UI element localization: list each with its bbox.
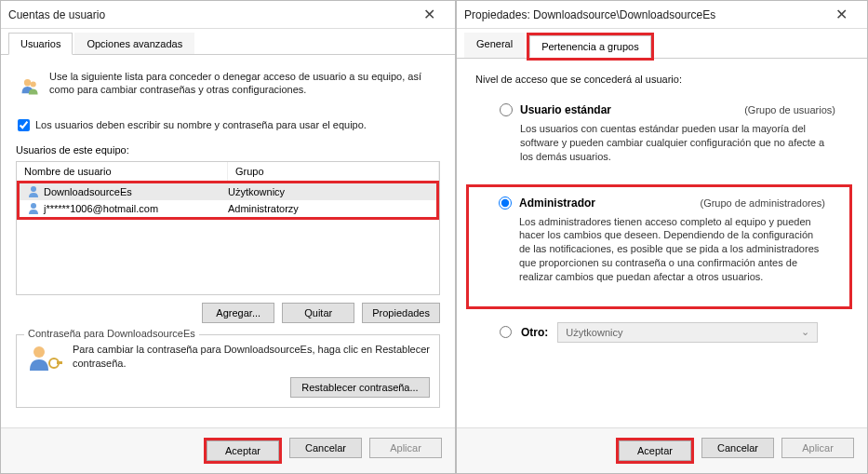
chevron-down-icon: ⌄: [801, 326, 809, 338]
cell-group: Użytkownicy: [228, 186, 429, 197]
ok-button[interactable]: Aceptar: [207, 440, 279, 461]
close-icon[interactable]: ✕: [822, 2, 860, 28]
radio-input[interactable]: [499, 196, 512, 210]
highlight-admin-section: Administrador (Grupo de administradores)…: [466, 184, 852, 309]
properties-button[interactable]: Propiedades: [362, 303, 440, 323]
svg-point-0: [24, 79, 31, 86]
tabs: Usuarios Opciones avanzadas: [1, 29, 455, 55]
radio-administrator[interactable]: Administrador (Grupo de administradores): [499, 195, 833, 213]
select-value: Użytkownicy: [566, 327, 622, 338]
radio-input[interactable]: [500, 326, 512, 338]
dialog-footer: Aceptar Cancelar Aplicar: [457, 427, 867, 473]
cell-group: Administratorzy: [228, 203, 429, 214]
cell-username: DownloadsourceEs: [44, 186, 132, 197]
radio-title: Administrador: [519, 196, 595, 210]
highlight-accept: Aceptar: [204, 438, 282, 464]
user-table: Nombre de usuario Grupo DownloadsourceEs…: [16, 161, 440, 295]
radio-standard-desc: Los usuarios con cuentas estándar pueden…: [500, 120, 843, 171]
list-header: Usuarios de este equipo:: [16, 141, 440, 161]
svg-rect-6: [57, 361, 62, 364]
window-title: Cuentas de usuario: [8, 8, 410, 21]
svg-point-2: [31, 186, 36, 192]
password-text: Para cambiar la contraseña para Download…: [73, 343, 430, 370]
col-group[interactable]: Grupo: [228, 162, 439, 181]
table-header-row: Nombre de usuario Grupo: [17, 162, 439, 182]
radio-group-label: (Grupo de administradores): [700, 197, 833, 209]
table-empty-space: [17, 220, 439, 294]
apply-button: Aplicar: [781, 438, 854, 458]
tab-advanced-options[interactable]: Opciones avanzadas: [74, 33, 194, 54]
tabs: General Pertenencia a grupos: [457, 29, 867, 59]
radio-admin-desc: Los administradores tienen acceso comple…: [499, 213, 833, 291]
tab-content: Use la siguiente lista para conceder o d…: [1, 55, 455, 427]
radio-standard-user[interactable]: Usuario estándar (Grupo de usuarios): [500, 102, 843, 120]
table-row[interactable]: j******1006@hotmail.com Administratorzy: [20, 200, 436, 217]
checkbox-label: Los usuarios deben escribir su nombre y …: [35, 118, 367, 131]
cancel-button[interactable]: Cancelar: [289, 438, 362, 458]
tab-content: Nivel de acceso que se concederá al usua…: [457, 59, 867, 427]
apply-button: Aplicar: [369, 438, 442, 458]
access-level-label: Nivel de acceso que se concederá al usua…: [472, 68, 852, 98]
remove-button[interactable]: Quitar: [282, 303, 354, 323]
password-groupbox: Contraseña para DownloadsourceEs Para ca…: [16, 334, 440, 408]
radio-title: Otro:: [521, 326, 548, 339]
table-button-row: Agregar... Quitar Propiedades: [16, 295, 440, 331]
users-icon: [20, 70, 40, 103]
radio-title: Usuario estándar: [520, 103, 611, 116]
tab-general[interactable]: General: [464, 33, 525, 58]
intro-row: Use la siguiente lista para conceder o d…: [16, 64, 440, 115]
cell-username: j******1006@hotmail.com: [44, 203, 158, 214]
svg-point-4: [33, 346, 45, 358]
svg-point-3: [31, 203, 36, 209]
dialog-footer: Aceptar Cancelar Aplicar: [1, 427, 455, 473]
col-username[interactable]: Nombre de usuario: [17, 162, 228, 181]
radio-standard-section: Usuario estándar (Grupo de usuarios) Los…: [472, 98, 852, 181]
window-title: Propiedades: Downloadsource\Downloadsour…: [464, 8, 822, 21]
highlight-accept: Aceptar: [616, 438, 694, 464]
radio-input[interactable]: [500, 103, 513, 116]
highlight-membership-tab: Pertenencia a grupos: [527, 33, 654, 61]
tab-users[interactable]: Usuarios: [8, 33, 73, 55]
window-properties: Propiedades: Downloadsource\Downloadsour…: [456, 0, 868, 474]
user-icon: [27, 202, 40, 215]
key-user-icon: [26, 343, 63, 374]
titlebar: Propiedades: Downloadsource\Downloadsour…: [457, 1, 867, 29]
close-icon[interactable]: ✕: [410, 2, 447, 28]
groupbox-title: Contraseña para DownloadsourceEs: [24, 328, 199, 339]
radio-other-row: Otro: Użytkownicy ⌄: [472, 315, 852, 343]
add-button[interactable]: Agregar...: [202, 303, 274, 323]
tab-group-membership[interactable]: Pertenencia a grupos: [529, 35, 651, 58]
cancel-button[interactable]: Cancelar: [701, 438, 774, 458]
table-row[interactable]: DownloadsourceEs Użytkownicy: [20, 183, 436, 200]
radio-group-label: (Grupo de usuarios): [744, 104, 843, 115]
svg-point-1: [31, 81, 36, 87]
reset-password-button[interactable]: Restablecer contraseña...: [290, 377, 430, 398]
user-icon: [27, 185, 40, 198]
window-user-accounts: Cuentas de usuario ✕ Usuarios Opciones a…: [0, 0, 456, 474]
ok-button[interactable]: Aceptar: [619, 440, 691, 461]
highlight-selected-row: DownloadsourceEs Użytkownicy j******1006…: [17, 181, 439, 220]
checkbox-input[interactable]: [18, 119, 30, 131]
other-group-select[interactable]: Użytkownicy ⌄: [557, 322, 818, 343]
titlebar: Cuentas de usuario ✕: [1, 1, 455, 29]
intro-text: Use la siguiente lista para conceder o d…: [49, 70, 436, 103]
checkbox-must-enter-credentials[interactable]: Los usuarios deben escribir su nombre y …: [16, 115, 440, 141]
